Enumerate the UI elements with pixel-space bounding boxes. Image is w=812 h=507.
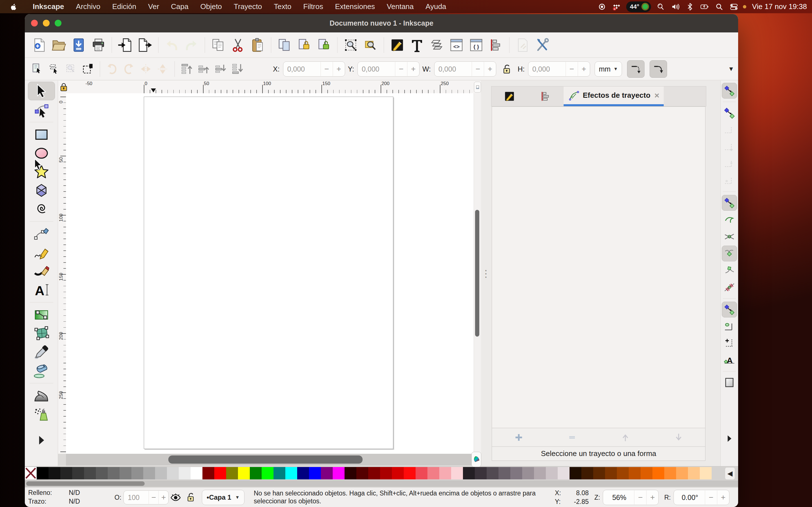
menu-edicion[interactable]: Edición (106, 0, 142, 13)
color-swatch[interactable] (546, 467, 558, 480)
menu-capa[interactable]: Capa (165, 0, 194, 13)
snapbar-more-button[interactable] (722, 431, 737, 446)
vertical-scrollbar-thumb[interactable] (475, 210, 479, 337)
display-loupe-icon[interactable] (654, 1, 667, 12)
color-swatch[interactable] (273, 467, 285, 480)
color-swatch[interactable] (238, 467, 250, 480)
color-swatch[interactable] (664, 467, 676, 480)
color-swatch[interactable] (688, 467, 700, 480)
rotation-decrement[interactable]: − (705, 490, 717, 504)
volume-icon[interactable] (669, 1, 681, 12)
pencil-tool[interactable] (28, 243, 55, 262)
menu-trayecto[interactable]: Trayecto (228, 0, 268, 13)
layer-lock-button[interactable] (185, 491, 197, 504)
palette-scrollbar[interactable] (25, 481, 738, 487)
snap-text-baseline-button[interactable]: A (722, 352, 737, 368)
color-swatch[interactable] (605, 467, 617, 480)
color-swatch[interactable] (356, 467, 368, 480)
minimize-window-button[interactable] (43, 20, 50, 26)
layer-visibility-button[interactable] (169, 491, 182, 504)
color-swatch[interactable] (676, 467, 688, 480)
raise-button[interactable] (195, 60, 212, 78)
menu-ayuda[interactable]: Ayuda (419, 0, 452, 13)
lock-guides-icon[interactable] (59, 82, 69, 93)
color-swatch[interactable] (451, 467, 463, 480)
path-effects-list[interactable] (492, 107, 705, 428)
ellipse-tool[interactable] (28, 144, 55, 163)
color-swatch[interactable] (202, 467, 214, 480)
rotation-spinner[interactable]: 0.00° − + (673, 490, 729, 505)
menu-extensiones[interactable]: Extensiones (329, 0, 381, 13)
document-page[interactable] (144, 97, 393, 449)
spray-tool[interactable] (28, 405, 55, 424)
color-swatch[interactable] (143, 467, 155, 480)
color-swatch[interactable] (617, 467, 629, 480)
layers-dialog-button[interactable] (427, 35, 447, 55)
mesh-gradient-tool[interactable] (28, 324, 55, 343)
color-swatch[interactable] (226, 467, 238, 480)
copy-button[interactable] (208, 35, 228, 55)
field-h-spinner[interactable]: 0,000−+ (528, 61, 590, 76)
color-swatch[interactable] (499, 467, 510, 480)
paste-button[interactable] (248, 35, 267, 55)
snap-others-button[interactable] (722, 302, 737, 318)
color-swatch[interactable] (297, 467, 309, 480)
window-titlebar[interactable]: Documento nuevo 1 - Inkscape (25, 14, 738, 33)
selector-tool[interactable] (28, 82, 55, 100)
text-dialog-button[interactable] (407, 35, 427, 55)
color-swatch[interactable] (652, 467, 664, 480)
vertical-scrollbar[interactable] (474, 93, 481, 454)
rotate-cw-button[interactable] (120, 60, 137, 78)
canvas[interactable] (66, 93, 474, 454)
color-swatch[interactable] (510, 467, 522, 480)
battery-widget[interactable]: 44° (626, 1, 651, 12)
snap-rotation-centers-button[interactable] (722, 335, 737, 351)
color-swatch[interactable] (37, 467, 49, 480)
select-all-layers-button[interactable] (46, 60, 63, 78)
opacity-increment[interactable]: + (158, 491, 168, 504)
menu-ver[interactable]: Ver (142, 0, 165, 13)
spiral-tool[interactable] (28, 200, 55, 218)
color-swatch[interactable] (629, 467, 641, 480)
undo-button[interactable] (162, 35, 182, 55)
decrement-button[interactable]: − (320, 62, 333, 76)
tab-fill-stroke[interactable] (492, 87, 527, 106)
toggle-selection-box-button[interactable] (80, 60, 96, 78)
toolbox-more-button[interactable] (28, 431, 55, 450)
lower-button[interactable] (212, 60, 229, 78)
color-swatch[interactable] (108, 467, 119, 480)
color-swatch[interactable] (368, 467, 380, 480)
menu-texto[interactable]: Texto (268, 0, 297, 13)
bluetooth-icon[interactable] (684, 1, 696, 12)
deselect-button[interactable] (63, 60, 80, 78)
snap-object-centers-button[interactable] (722, 319, 737, 334)
color-swatch[interactable] (119, 467, 132, 480)
tool-options-overflow-arrow[interactable]: ▼ (728, 65, 734, 73)
palette-scroll-left-button[interactable]: ◀ (725, 467, 735, 480)
maximize-window-button[interactable] (55, 20, 61, 26)
color-swatch[interactable] (641, 467, 652, 480)
decrement-button[interactable]: − (566, 62, 578, 76)
menu-filtros[interactable]: Filtros (297, 0, 329, 13)
zoom-spinner[interactable]: 56% − + (603, 490, 659, 505)
pen-tool[interactable] (28, 225, 55, 243)
transform-corners-toggle-button[interactable] (650, 60, 667, 78)
battery-charging-icon[interactable] (698, 1, 711, 12)
color-swatch[interactable] (250, 467, 262, 480)
color-swatch[interactable] (49, 467, 60, 480)
color-swatch[interactable] (416, 467, 427, 480)
rectangle-tool[interactable] (28, 125, 55, 144)
menubar-clock[interactable]: Vie 17 nov 19:38 (750, 2, 807, 11)
snap-master-button[interactable] (722, 83, 737, 99)
document-properties-button[interactable] (513, 35, 532, 55)
cut-button[interactable] (228, 35, 248, 55)
box-3d-tool[interactable] (28, 181, 55, 200)
close-tab-icon[interactable]: × (654, 91, 659, 100)
color-swatch[interactable] (404, 467, 416, 480)
snap-cusp-nodes-button[interactable] (722, 245, 737, 262)
move-effect-down-button[interactable] (669, 430, 689, 445)
open-document-button[interactable] (49, 35, 69, 55)
field-y-spinner[interactable]: 0,000−+ (357, 61, 419, 76)
color-swatch[interactable] (427, 467, 439, 480)
flip-horizontal-button[interactable] (137, 60, 154, 78)
